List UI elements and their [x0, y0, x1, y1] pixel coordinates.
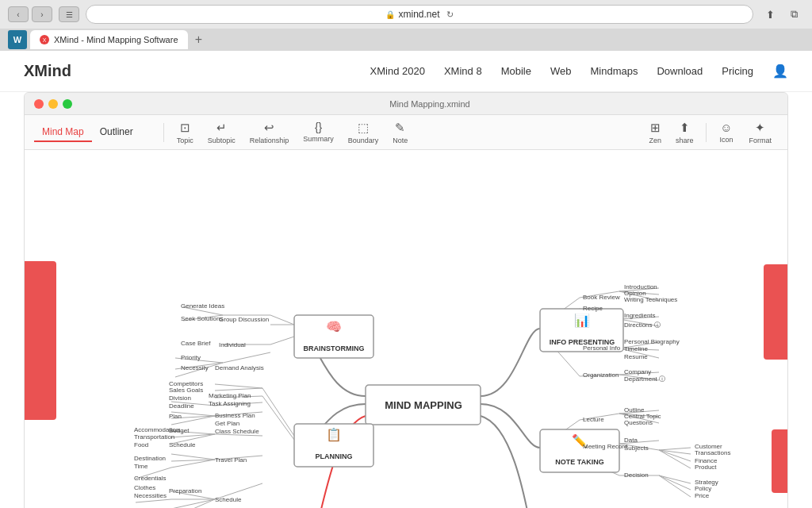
svg-text:Necessities: Necessities: [134, 492, 167, 499]
svg-text:Writing Techniques: Writing Techniques: [624, 296, 677, 303]
svg-text:BRAINSTORMING: BRAINSTORMING: [304, 344, 365, 352]
svg-line-12: [262, 396, 294, 440]
svg-text:Individual: Individual: [219, 341, 246, 348]
svg-text:Resume: Resume: [624, 353, 648, 360]
svg-text:Necessity: Necessity: [181, 364, 209, 371]
toolbar-zen[interactable]: ⊞ Zen: [642, 117, 668, 148]
tab-outliner[interactable]: Outliner: [92, 123, 141, 142]
address-bar[interactable]: 🔒 xmind.net ↻: [86, 5, 753, 24]
svg-text:Generate Ideas: Generate Ideas: [181, 302, 224, 310]
boundary-label: Boundary: [348, 137, 379, 144]
maximize-button[interactable]: [63, 99, 72, 109]
svg-text:Task Assigning: Task Assigning: [209, 400, 251, 407]
sidebar-button[interactable]: ☰: [59, 6, 79, 22]
toolbar-divider-right: [706, 123, 707, 142]
fullscreen-button[interactable]: ⧉: [783, 6, 804, 22]
back-button[interactable]: ‹: [8, 6, 29, 22]
nav-xmind8[interactable]: XMind 8: [444, 65, 482, 77]
toolbar-tabs: Mind Map Outliner: [34, 123, 141, 142]
new-tab-button[interactable]: +: [191, 32, 207, 48]
svg-line-75: [659, 448, 691, 450]
lock-icon: 🔒: [385, 10, 395, 19]
site-logo: XMind: [24, 62, 71, 80]
forward-button[interactable]: ›: [32, 6, 52, 22]
svg-text:PLANNING: PLANNING: [316, 452, 353, 460]
svg-line-2: [270, 337, 294, 344]
toolbar-format[interactable]: ✦ Format: [742, 117, 778, 148]
svg-text:Timeline: Timeline: [624, 345, 648, 352]
svg-text:Book Review: Book Review: [583, 294, 620, 301]
nav-mindmaps[interactable]: Mindmaps: [590, 65, 638, 77]
share-button[interactable]: ⬆: [760, 6, 780, 22]
tab-mindmap[interactable]: Mind Map: [34, 123, 92, 142]
svg-text:🧠: 🧠: [326, 319, 342, 334]
svg-line-34: [171, 499, 215, 508]
note-icon: ✎: [395, 121, 405, 135]
toolbar-share[interactable]: ⬆ share: [669, 117, 700, 148]
svg-text:Preparation: Preparation: [169, 487, 201, 495]
summary-icon: {}: [315, 121, 322, 133]
toolbar-subtopic[interactable]: ↵ Subtopic: [201, 117, 242, 148]
browser-chrome: ‹ › ☰ 🔒 xmind.net ↻ ⬆ ⧉ W X XMind - Mind…: [0, 0, 812, 51]
svg-text:Get Plan: Get Plan: [215, 420, 239, 427]
svg-text:Product: Product: [695, 464, 717, 471]
topic-label: Topic: [177, 137, 193, 144]
toolbar-divider: [163, 123, 164, 142]
svg-text:Company: Company: [624, 368, 651, 375]
svg-text:Subjects: Subjects: [624, 444, 649, 452]
tab-title: XMind - Mind Mapping Software: [54, 35, 178, 44]
app-titlebar: Mind Mapping.xmind: [25, 93, 787, 115]
app-title: Mind Mapping.xmind: [82, 99, 778, 109]
mindmap-svg: MIND MAPPING 🧠 BRAINSTORMING 📋 PLANNING …: [25, 150, 787, 508]
tab-favicon: X: [40, 35, 49, 44]
topic-icon: ⊡: [180, 121, 190, 135]
svg-text:Transactions: Transactions: [695, 449, 731, 456]
svg-text:Destination: Destination: [134, 455, 166, 462]
toolbar-right: ☺ Icon ✦ Format: [713, 117, 778, 148]
svg-text:Food: Food: [134, 441, 148, 448]
browser-tab[interactable]: X XMind - Mind Mapping Software: [30, 30, 188, 49]
user-icon[interactable]: 👤: [772, 64, 788, 79]
svg-text:Personal Info: Personal Info: [583, 344, 621, 352]
svg-line-13: [215, 384, 262, 388]
toolbar-icon[interactable]: ☺ Icon: [713, 117, 739, 148]
toolbar-note[interactable]: ✎ Note: [386, 117, 414, 148]
svg-text:Transportation: Transportation: [134, 433, 174, 441]
svg-text:📋: 📋: [326, 427, 342, 442]
icon-label: Icon: [719, 136, 733, 144]
toolbar-items: ⊡ Topic ↵ Subtopic ↩ Relationship {} Sum…: [170, 117, 700, 148]
toolbar-boundary[interactable]: ⬚ Boundary: [342, 117, 385, 148]
svg-text:Seek Solutions: Seek Solutions: [181, 315, 223, 322]
browser-titlebar: ‹ › ☰ 🔒 xmind.net ↻ ⬆ ⧉: [0, 0, 812, 29]
nav-pricing[interactable]: Pricing: [722, 65, 753, 77]
nav-xmind2020[interactable]: XMind 2020: [370, 65, 425, 77]
minimize-button[interactable]: [48, 99, 58, 109]
svg-text:Class Schedule: Class Schedule: [215, 428, 259, 435]
svg-line-7: [223, 352, 270, 363]
svg-text:Recipe: Recipe: [583, 305, 603, 312]
close-button[interactable]: [34, 99, 44, 109]
toolbar-summary[interactable]: {} Summary: [297, 117, 340, 148]
svg-text:Ingredients: Ingredients: [624, 312, 656, 319]
zen-icon: ⊞: [650, 121, 661, 135]
app-toolbar: Mind Map Outliner ⊡ Topic ↵ Subtopic ↩ R…: [25, 115, 787, 150]
mindmap-canvas[interactable]: MIND MAPPING 🧠 BRAINSTORMING 📋 PLANNING …: [25, 150, 787, 508]
relationship-icon: ↩: [264, 121, 274, 135]
svg-text:Group Discussion: Group Discussion: [219, 316, 269, 323]
format-label: Format: [749, 137, 772, 144]
nav-web[interactable]: Web: [550, 65, 572, 77]
wp-icon: W: [8, 30, 27, 49]
browser-nav-buttons: ‹ ›: [8, 6, 52, 22]
toolbar-relationship[interactable]: ↩ Relationship: [243, 117, 296, 148]
svg-line-14: [215, 388, 262, 391]
browser-actions: ⬆ ⧉: [760, 6, 804, 22]
nav-download[interactable]: Download: [657, 65, 703, 77]
svg-line-11: [262, 388, 294, 436]
toolbar-topic[interactable]: ⊡ Topic: [170, 117, 200, 148]
svg-text:Schedule: Schedule: [215, 496, 242, 503]
nav-mobile[interactable]: Mobile: [501, 65, 531, 77]
svg-text:Demand Analysis: Demand Analysis: [215, 364, 264, 371]
zen-label: Zen: [649, 137, 661, 144]
note-label: Note: [393, 137, 408, 144]
svg-text:Department ⓘ: Department ⓘ: [624, 375, 665, 383]
